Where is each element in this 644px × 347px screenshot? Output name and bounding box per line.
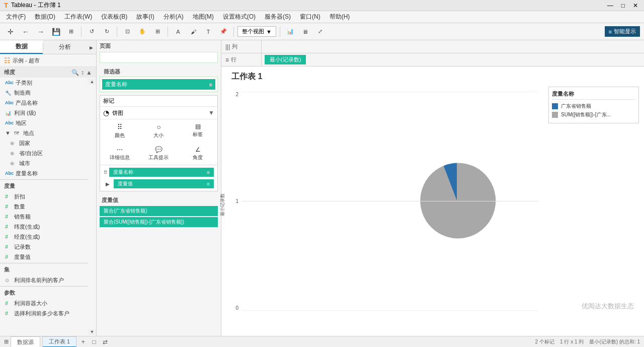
- field-manufacturer[interactable]: 🔧 制造商: [0, 88, 88, 98]
- menu-data[interactable]: 数据(D): [31, 12, 59, 22]
- marks-angle-label: 角度: [193, 154, 203, 161]
- sort-views-button[interactable]: ⇄: [101, 337, 110, 346]
- toolbar-redo[interactable]: ↻: [100, 25, 113, 38]
- scroll-up-button[interactable]: ▲: [88, 79, 96, 85]
- mv-item-sum-sales[interactable]: 聚合(SUM([销售额])-[广东省销售额]): [100, 217, 218, 227]
- field-param-profit-size[interactable]: # 利润容器大小: [0, 298, 88, 308]
- menu-format[interactable]: 设置格式(O): [219, 12, 260, 22]
- field-profit-level[interactable]: 📊 利润 (级): [0, 108, 88, 118]
- marks-tooltip-button[interactable]: 💬 工具提示: [139, 143, 179, 165]
- field-type-icon: 🔧: [5, 90, 12, 96]
- scroll-down-button[interactable]: ▼: [88, 329, 96, 335]
- field-longitude[interactable]: # 经度(生成): [0, 232, 88, 242]
- pages-shelf[interactable]: [100, 52, 218, 63]
- toolbar-back[interactable]: ←: [19, 25, 32, 38]
- filter-measure-names[interactable]: 度量名称 ≡: [102, 79, 215, 90]
- toolbar-share[interactable]: ⤢: [314, 25, 327, 38]
- toolbar-text[interactable]: T: [202, 25, 215, 38]
- panel-tab-arrow[interactable]: ▸: [86, 43, 96, 51]
- toolbar-device[interactable]: 🖥: [299, 25, 312, 38]
- field-productname[interactable]: Abc 产品名称: [0, 98, 88, 108]
- marks-label-button[interactable]: ▤ 标签: [178, 119, 217, 143]
- marks-color-button[interactable]: ⠿ 颜色: [100, 119, 139, 143]
- field-subcategory[interactable]: Abc 子类别: [0, 78, 88, 88]
- search-icon[interactable]: 🔍: [71, 69, 79, 76]
- field-province[interactable]: ⊕ 省/自治区: [0, 148, 88, 158]
- marks-pill-measure-values[interactable]: 度量值 ≡: [114, 179, 214, 188]
- marks-detail-button[interactable]: ⋯ 详细信息: [100, 143, 139, 165]
- toolbar-chart[interactable]: 📊: [284, 25, 297, 38]
- datasource-name[interactable]: 示例 - 超市: [13, 57, 40, 64]
- toolbar-pan[interactable]: ✋: [136, 25, 149, 38]
- legend-title: 度量名称: [552, 90, 635, 100]
- marks-angle-button[interactable]: ∠ 角度: [178, 143, 217, 165]
- play-icon[interactable]: ▶: [104, 180, 112, 188]
- toolbar-color[interactable]: 🖌: [187, 25, 200, 38]
- marks-pill-measure-names[interactable]: 度量名称 ≡: [109, 168, 214, 177]
- filters-content[interactable]: 度量名称 ≡: [100, 77, 218, 92]
- column-shelf-label: ||| 列: [221, 40, 262, 53]
- field-discount[interactable]: # 折扣: [0, 191, 88, 201]
- field-label: 子类别: [16, 79, 32, 87]
- menu-worksheet[interactable]: 工作表(W): [60, 12, 96, 22]
- close-button[interactable]: ✕: [631, 2, 640, 9]
- field-sales[interactable]: # 销售额: [0, 212, 88, 222]
- toolbar-zoom[interactable]: ⊞: [151, 25, 164, 38]
- menu-file[interactable]: 文件(F): [2, 12, 30, 22]
- menu-map[interactable]: 地图(M): [189, 12, 218, 22]
- toolbar-newds[interactable]: ⊞: [64, 25, 77, 38]
- toolbar-forward[interactable]: →: [34, 25, 47, 38]
- field-country[interactable]: ⊕ 国家: [0, 138, 88, 148]
- status-tab-datasource[interactable]: 数据源: [11, 336, 40, 348]
- toolbar-fix[interactable]: 📌: [217, 25, 230, 38]
- field-measure-values[interactable]: # 度量值: [0, 252, 88, 262]
- marks-type-select[interactable]: ◔ 饼图 ▼: [100, 107, 217, 119]
- field-type-icon: #: [5, 310, 12, 316]
- add-view-button[interactable]: □: [90, 337, 99, 346]
- field-location[interactable]: ▼ 🗺 地点: [0, 128, 88, 138]
- add-worksheet-button[interactable]: +: [78, 337, 88, 346]
- minimize-button[interactable]: —: [605, 2, 615, 9]
- menu-analysis[interactable]: 分析(A): [159, 12, 188, 22]
- color-dots-icon: ⠿: [117, 123, 122, 131]
- menu-window[interactable]: 窗口(N): [296, 12, 325, 22]
- sort-icon[interactable]: ↕: [81, 69, 84, 76]
- toolbar-view-dropdown[interactable]: 整个视图 ▼: [237, 26, 276, 37]
- field-region[interactable]: Abc 地区: [0, 118, 88, 128]
- toolbar-label[interactable]: A: [172, 25, 185, 38]
- column-shelf: ||| 列: [221, 40, 644, 53]
- field-city[interactable]: ⊕ 城市: [0, 158, 88, 168]
- toolbar-sep5: [280, 27, 280, 37]
- menu-help[interactable]: 帮助(H): [326, 12, 354, 22]
- tab-analysis[interactable]: 分析: [43, 41, 86, 53]
- toolbar-undo[interactable]: ↺: [85, 25, 98, 38]
- field-type-icon: Abc: [5, 80, 14, 85]
- maximize-button[interactable]: □: [619, 2, 627, 9]
- field-set-profit[interactable]: ⊙ 利润排名前列的客户: [0, 275, 88, 285]
- field-type-icon: ⊙: [5, 277, 12, 283]
- field-recordcount[interactable]: # 记录数: [0, 242, 88, 252]
- field-quantity[interactable]: # 数量: [0, 201, 88, 212]
- marks-size-button[interactable]: ○ 大小: [139, 119, 179, 143]
- toolbar-pointer[interactable]: ✛: [4, 25, 17, 38]
- toolbar-right: ≡ 智能显示: [605, 26, 640, 37]
- smart-display-button[interactable]: ≡ 智能显示: [605, 26, 640, 37]
- field-param-top-n[interactable]: # 选择利润前多少名客户: [0, 308, 88, 318]
- y-axis: 2 1 0: [228, 92, 238, 311]
- menu-story[interactable]: 故事(I): [132, 12, 158, 22]
- toolbar-save[interactable]: 💾: [49, 25, 62, 38]
- toolbar-sep4: [233, 27, 234, 37]
- field-type-icon: #: [5, 234, 12, 240]
- status-tab-worksheet1[interactable]: 工作表 1: [42, 336, 76, 348]
- menu-dashboard[interactable]: 仪表板(B): [97, 12, 131, 22]
- menu-server[interactable]: 服务器(S): [261, 12, 295, 22]
- field-latitude[interactable]: # 纬度(生成): [0, 222, 88, 232]
- title-bar-right[interactable]: — □ ✕: [605, 2, 640, 9]
- row-pills-area[interactable]: 最小(记录数): [262, 55, 644, 64]
- tab-data[interactable]: 数据: [0, 40, 43, 54]
- toolbar-select[interactable]: ⊡: [121, 25, 134, 38]
- mv-item-gdprovince[interactable]: 聚合(广东省销售额): [100, 206, 218, 216]
- field-measure-names[interactable]: Abc 度量名称: [0, 168, 88, 178]
- collapse-icon[interactable]: ▲: [86, 69, 92, 76]
- row-pill-min-records[interactable]: 最小(记录数): [265, 55, 306, 64]
